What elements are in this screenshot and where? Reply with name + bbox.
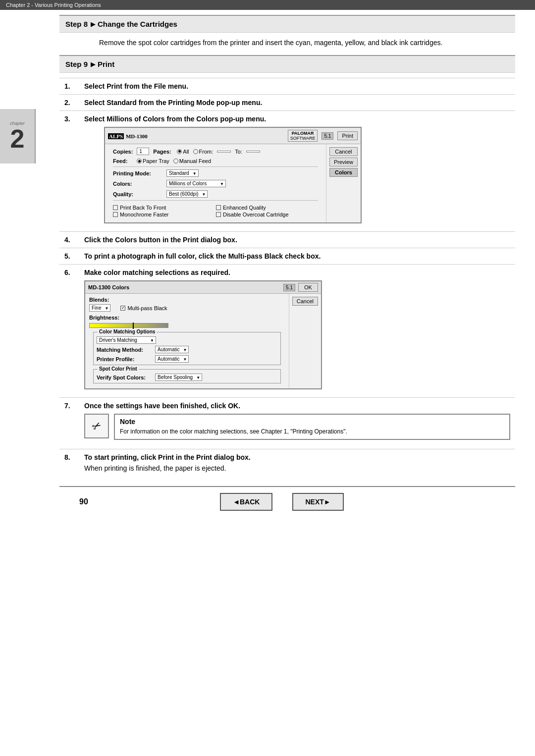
step1-text: Select Print from the File menu.: [84, 82, 515, 90]
from-label: From:: [199, 149, 214, 155]
paper-tray-radio[interactable]: Paper Tray: [137, 158, 169, 164]
print-back-checkbox[interactable]: [113, 205, 118, 210]
step7-text: Once the settings have been finished, cl…: [84, 402, 240, 410]
alps-logo: ALPS MD-1300: [108, 132, 148, 140]
step-2: 2. Select Standard from the Printing Mod…: [59, 94, 515, 110]
mono-label: Monochrome Faster: [120, 212, 168, 217]
header-bar: Chapter 2 - Various Printing Operations: [0, 0, 535, 10]
options-grid: Print Back To Front Enhanced Quality Mon…: [113, 204, 318, 218]
manual-feed-radio[interactable]: Manual Feed: [173, 158, 211, 164]
footer: 90 ◄BACK NEXT►: [59, 486, 515, 517]
copies-input[interactable]: 1: [137, 148, 149, 155]
step7-content: Once the settings have been finished, cl…: [84, 402, 515, 445]
printing-mode-row: Printing Mode: Standard: [109, 168, 322, 178]
colors-cancel-btn[interactable]: Cancel: [292, 297, 318, 306]
print-dialog: ALPS MD-1300 PALOMAR SOFTWARE 5.1 Print: [104, 127, 362, 223]
option-enhanced: Enhanced Quality: [216, 205, 318, 211]
main-content: Step 8 ▶ Change the Cartridges Remove th…: [40, 15, 535, 517]
brightness-slider[interactable]: [89, 323, 168, 328]
step6-num: 6.: [59, 269, 84, 276]
fine-select[interactable]: Fine: [89, 304, 110, 312]
step-1: 1. Select Print from the File menu.: [59, 78, 515, 94]
colors-select[interactable]: Millions of Colors: [166, 180, 226, 187]
from-radio[interactable]: From:: [193, 149, 214, 155]
step8b-sub: When printing is finished, the paper is …: [84, 464, 510, 472]
option-print-back: Print Back To Front: [113, 205, 215, 211]
verify-spot-select[interactable]: Before Spooling: [155, 374, 202, 381]
step3-content: Select Millions of Colors from the Color…: [84, 115, 515, 227]
paper-tray-label: Paper Tray: [143, 158, 169, 164]
back-button[interactable]: ◄BACK: [220, 493, 272, 511]
pages-label: Pages:: [153, 149, 173, 155]
step9-heading: Step 9 ▶ Print: [59, 55, 515, 73]
mono-checkbox[interactable]: [113, 212, 118, 217]
step1-num: 1.: [59, 82, 84, 90]
step8-heading: Step 8 ▶ Change the Cartridges: [59, 15, 515, 33]
spot-color-group: Spot Color Print Verify Spot Colors: Bef…: [93, 369, 281, 383]
all-radio[interactable]: All: [177, 149, 189, 155]
scissors-icon: ✂: [90, 418, 104, 434]
print-dialog-left: Copies: 1 Pages: All From:: [105, 144, 326, 222]
colors-row: Colors: Millions of Colors: [109, 178, 322, 189]
step-8b: 8. To start printing, click Print in the…: [59, 449, 515, 476]
note-content: Note For information on the color matchi…: [114, 414, 510, 440]
version-badge: 5.1: [321, 132, 333, 140]
note-icon: ✂: [84, 414, 109, 438]
step4-text: Click the Colors button in the Print dia…: [84, 236, 515, 244]
to-input[interactable]: [246, 151, 260, 153]
step8b-num: 8.: [59, 453, 84, 461]
colors-dialog-body: Blends: Fine Multi-pass Black: [85, 294, 321, 388]
step8-body: Remove the spot color cartridges from th…: [99, 38, 515, 48]
disable-checkbox[interactable]: [216, 212, 221, 217]
step6-text: Make color matching selections as requir…: [84, 269, 230, 276]
colors-left: Blends: Fine Multi-pass Black: [85, 294, 289, 388]
colors-btn[interactable]: Colors: [329, 168, 358, 177]
step-7: 7. Once the settings have been finished,…: [59, 397, 515, 449]
step9-title: Print: [98, 60, 114, 68]
cancel-btn[interactable]: Cancel: [329, 147, 358, 156]
colors-header-right: 5.1 OK: [283, 283, 318, 292]
drivers-matching-select[interactable]: Driver's Matching: [97, 336, 156, 344]
colors-ok-btn[interactable]: OK: [298, 283, 318, 292]
note-box: ✂ Note For information on the color matc…: [84, 414, 510, 440]
enhanced-checkbox[interactable]: [216, 205, 221, 210]
feed-label: Feed:: [113, 158, 133, 164]
step-4: 4. Click the Colors button in the Print …: [59, 231, 515, 248]
option-mono: Monochrome Faster: [113, 212, 215, 217]
step-5: 5. To print a photograph in full color, …: [59, 248, 515, 264]
verify-spot-row: Verify Spot Colors: Before Spooling: [97, 374, 277, 381]
note-text: For information on the color matching se…: [120, 428, 504, 436]
colors-dialog: MD-1300 Colors 5.1 OK Blends:: [84, 280, 322, 389]
chapter-number: 2: [10, 126, 25, 152]
quality-select[interactable]: Best (600dpi): [166, 190, 208, 198]
enhanced-label: Enhanced Quality: [223, 205, 266, 211]
multipass-checkbox[interactable]: [120, 306, 125, 311]
quality-row: Quality: Best (600dpi): [109, 189, 322, 199]
printer-profile-row: Printer Profile: Automatic: [97, 355, 277, 363]
verify-spot-label: Verify Spot Colors:: [97, 375, 151, 380]
header-text: Chapter 2 - Various Printing Operations: [6, 2, 101, 8]
step8b-content: To start printing, click Print in the Pr…: [84, 453, 515, 472]
printing-mode-select[interactable]: Standard: [166, 169, 199, 177]
colors-version: 5.1: [283, 284, 295, 291]
from-input[interactable]: [217, 151, 231, 153]
all-label: All: [183, 149, 189, 155]
manual-feed-radio-icon: [173, 159, 178, 163]
step-6: 6. Make color matching selections as req…: [59, 264, 515, 397]
colors-dialog-title: MD-1300 Colors: [88, 284, 129, 290]
to-label: To:: [235, 149, 242, 155]
print-btn[interactable]: Print: [337, 131, 358, 140]
feed-row: Feed: Paper Tray Manual Feed: [109, 157, 322, 165]
disable-label: Disable Overcoat Cartridge: [223, 212, 289, 217]
print-dialog-header: ALPS MD-1300 PALOMAR SOFTWARE 5.1 Print: [105, 128, 361, 144]
preview-btn[interactable]: Preview: [329, 158, 358, 166]
printer-profile-label: Printer Profile:: [97, 356, 151, 362]
step8-arrow: ▶: [91, 20, 96, 28]
quality-label: Quality:: [113, 191, 162, 197]
next-button[interactable]: NEXT►: [292, 493, 343, 511]
step6-content: Make color matching selections as requir…: [84, 269, 515, 393]
print-back-label: Print Back To Front: [120, 205, 166, 211]
step8-label: Step 8: [65, 20, 88, 28]
printer-profile-select[interactable]: Automatic: [155, 355, 189, 363]
matching-method-select[interactable]: Automatic: [155, 346, 189, 353]
